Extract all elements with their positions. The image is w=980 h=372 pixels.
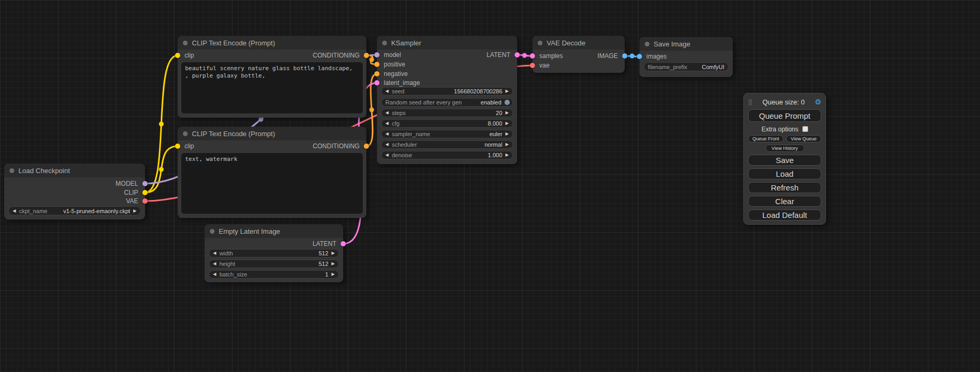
view-queue-button[interactable]: View Queue <box>786 135 821 142</box>
widget-sampler-name[interactable]: ◀ sampler_name euler ▶ <box>381 130 513 138</box>
output-port-vae[interactable] <box>142 198 148 204</box>
right-arrow-icon[interactable]: ▶ <box>332 262 335 266</box>
drag-handle-icon[interactable]: ⣿ <box>748 99 752 105</box>
load-default-button[interactable]: Load Default <box>748 209 821 221</box>
output-port-image[interactable] <box>622 53 627 59</box>
widget-batch-size[interactable]: ◀ batch_size 1 ▶ <box>209 270 339 279</box>
widget-random-seed-toggle[interactable]: Random seed after every gen enabled <box>381 98 513 107</box>
output-port-conditioning[interactable] <box>364 53 369 58</box>
input-port-clip[interactable] <box>175 53 180 58</box>
toggle-dot-icon[interactable] <box>504 100 510 105</box>
node-title-bar[interactable]: Empty Latent Image <box>205 224 343 238</box>
input-port-model[interactable] <box>374 52 380 58</box>
left-arrow-icon[interactable]: ◀ <box>385 89 389 93</box>
node-title-bar[interactable]: VAE Decode <box>532 36 625 50</box>
input-port-latent-image[interactable] <box>374 80 380 85</box>
collapse-dot-icon[interactable] <box>183 41 188 45</box>
right-arrow-icon[interactable]: ▶ <box>506 121 509 126</box>
widget-ckpt-name[interactable]: ◀ ckpt_name v1-5-pruned-emaonly.ckpt ▶ <box>8 206 141 215</box>
node-graph-canvas[interactable]: Load Checkpoint MODEL CLIP VAE ◀ ckpt_na… <box>0 0 980 372</box>
output-port-latent[interactable] <box>515 52 520 58</box>
left-arrow-icon[interactable]: ◀ <box>213 251 216 255</box>
queue-front-button[interactable]: Queue Front <box>748 135 783 142</box>
collapse-dot-icon[interactable] <box>210 229 215 234</box>
collapse-dot-icon[interactable] <box>538 41 542 45</box>
right-arrow-icon[interactable]: ▶ <box>506 142 509 147</box>
left-arrow-icon[interactable]: ◀ <box>13 209 16 213</box>
output-port-conditioning[interactable] <box>364 144 369 149</box>
right-arrow-icon[interactable]: ▶ <box>506 111 509 115</box>
left-arrow-icon[interactable]: ◀ <box>385 153 389 157</box>
right-arrow-icon[interactable]: ▶ <box>506 153 509 157</box>
widget-name: batch_size <box>219 271 247 278</box>
left-arrow-icon[interactable]: ◀ <box>385 132 389 136</box>
refresh-button[interactable]: Refresh <box>748 182 821 193</box>
node-load-checkpoint[interactable]: Load Checkpoint MODEL CLIP VAE ◀ ckpt_na… <box>4 164 145 220</box>
node-title-bar[interactable]: Save Image <box>639 37 733 51</box>
widget-height[interactable]: ◀ height 512 ▶ <box>209 260 339 268</box>
node-title-bar[interactable]: Load Checkpoint <box>4 164 145 177</box>
node-title: Load Checkpoint <box>18 167 70 175</box>
left-arrow-icon[interactable]: ◀ <box>385 111 389 115</box>
output-label-clip: CLIP <box>124 189 138 196</box>
left-arrow-icon[interactable]: ◀ <box>385 142 389 147</box>
node-title-bar[interactable]: KSampler <box>377 36 517 50</box>
link-dot-negative <box>370 108 374 112</box>
input-label-latent-image: latent_image <box>384 79 420 87</box>
widget-scheduler[interactable]: ◀ scheduler normal ▶ <box>381 140 513 149</box>
output-port-clip[interactable] <box>142 190 148 195</box>
link-dot-clip-1 <box>159 122 164 127</box>
node-ksampler[interactable]: KSampler model positive negative latent_… <box>377 36 517 164</box>
right-arrow-icon[interactable]: ▶ <box>332 272 335 276</box>
right-arrow-icon[interactable]: ▶ <box>332 251 335 255</box>
prompt-textarea[interactable]: text, watermark <box>181 153 363 214</box>
output-label-conditioning: CONDITIONING <box>313 52 360 59</box>
load-button[interactable]: Load <box>748 168 821 179</box>
output-label-image: IMAGE <box>597 52 618 60</box>
right-arrow-icon[interactable]: ▶ <box>506 132 509 136</box>
node-clip-text-encode-positive[interactable]: CLIP Text Encode (Prompt) clip CONDITION… <box>178 36 366 118</box>
widget-value: 512 <box>318 250 328 256</box>
widget-width[interactable]: ◀ width 512 ▶ <box>209 249 339 257</box>
widget-cfg[interactable]: ◀ cfg 8.000 ▶ <box>381 119 513 128</box>
right-arrow-icon[interactable]: ▶ <box>133 209 137 213</box>
node-empty-latent-image[interactable]: Empty Latent Image LATENT ◀ width 512 ▶ … <box>205 224 343 282</box>
left-arrow-icon[interactable]: ◀ <box>385 121 389 126</box>
left-arrow-icon[interactable]: ◀ <box>213 262 216 266</box>
widget-value: 1 <box>325 271 328 278</box>
collapse-dot-icon[interactable] <box>9 168 14 173</box>
left-arrow-icon[interactable]: ◀ <box>213 272 216 276</box>
node-vae-decode[interactable]: VAE Decode samples vae IMAGE <box>532 36 625 73</box>
widget-filename-prefix[interactable]: filename_prefix ComfyUI <box>644 62 729 71</box>
widget-name: Random seed after every gen <box>385 99 462 106</box>
clear-button[interactable]: Clear <box>748 196 821 207</box>
output-port-latent[interactable] <box>341 241 346 246</box>
widget-steps[interactable]: ◀ steps 20 ▶ <box>381 109 513 117</box>
save-button[interactable]: Save <box>748 155 821 166</box>
prompt-textarea[interactable]: beautiful scenery nature glass bottle la… <box>181 62 363 113</box>
output-label-conditioning: CONDITIONING <box>313 142 360 150</box>
input-port-images[interactable] <box>637 54 642 59</box>
node-save-image[interactable]: Save Image images filename_prefix ComfyU… <box>639 37 733 77</box>
queue-prompt-button[interactable]: Queue Prompt <box>748 109 821 122</box>
input-port-negative[interactable] <box>374 71 380 77</box>
input-port-vae[interactable] <box>530 63 535 68</box>
node-clip-text-encode-negative[interactable]: CLIP Text Encode (Prompt) clip CONDITION… <box>178 127 366 218</box>
settings-gear-icon[interactable]: ⚙ <box>814 98 821 106</box>
widget-seed[interactable]: ◀ seed 156680208700286 ▶ <box>381 87 513 96</box>
input-port-samples[interactable] <box>530 53 535 59</box>
output-port-model[interactable] <box>142 181 148 186</box>
extra-options-checkbox[interactable] <box>802 126 808 132</box>
input-port-positive[interactable] <box>374 62 380 67</box>
widget-value: 20 <box>496 110 502 116</box>
widget-denoise[interactable]: ◀ denoise 1.000 ▶ <box>381 151 513 159</box>
input-port-clip[interactable] <box>175 144 180 149</box>
right-arrow-icon[interactable]: ▶ <box>506 89 509 93</box>
node-title-bar[interactable]: CLIP Text Encode (Prompt) <box>178 36 366 50</box>
collapse-dot-icon[interactable] <box>645 42 649 46</box>
widget-value: 156680208700286 <box>454 88 502 94</box>
collapse-dot-icon[interactable] <box>382 41 387 45</box>
view-history-button[interactable]: View History <box>765 145 804 152</box>
node-title-bar[interactable]: CLIP Text Encode (Prompt) <box>178 127 366 140</box>
collapse-dot-icon[interactable] <box>183 131 188 136</box>
